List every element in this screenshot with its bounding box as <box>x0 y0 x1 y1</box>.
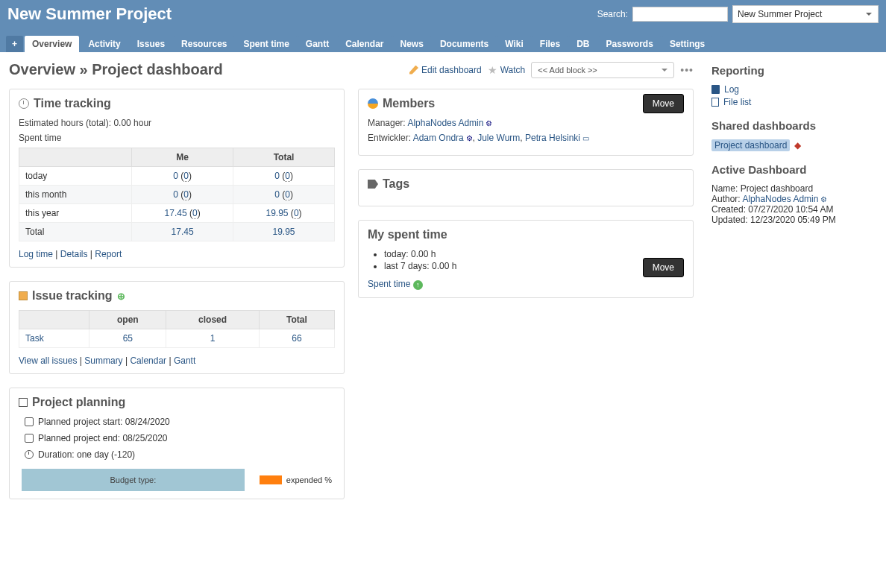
tab-settings[interactable]: Settings <box>662 36 712 52</box>
clock-icon <box>25 450 34 459</box>
log-time-link[interactable]: Log time <box>19 249 53 259</box>
tab-documents[interactable]: Documents <box>433 36 496 52</box>
page-title: Overview » Project dashboard <box>9 61 223 78</box>
star-icon: ★ <box>488 64 497 76</box>
tracker-link[interactable]: Task <box>25 333 44 344</box>
tab-gantt[interactable]: Gantt <box>298 36 336 52</box>
up-icon[interactable]: ↑ <box>413 280 423 290</box>
legend-swatch-icon <box>260 475 282 484</box>
watch-link[interactable]: ★ Watch <box>488 64 526 76</box>
file-icon <box>711 98 719 107</box>
issue-icon <box>19 291 28 300</box>
dev-link[interactable]: Petra Helsinki <box>525 133 580 143</box>
duration: Duration: one day (-120) <box>38 449 135 460</box>
issue-table: open closed Total Task 65 1 66 <box>19 310 335 348</box>
dev-link[interactable]: Adam Ondra <box>413 133 464 143</box>
gear-icon[interactable]: ⚙ <box>818 195 827 203</box>
tab-calendar[interactable]: Calendar <box>338 36 391 52</box>
view-all-link[interactable]: View all issues <box>19 355 77 366</box>
dev-link[interactable]: Jule Wurm <box>477 133 520 143</box>
time-tracking-box: Time tracking Estimated hours (total): 0… <box>9 89 345 268</box>
edit-dashboard-link[interactable]: Edit dashboard <box>409 65 482 75</box>
manager-link[interactable]: AlphaNodes Admin <box>407 118 483 128</box>
gear-icon[interactable]: ⚙ <box>464 134 473 142</box>
project-planning-box: Project planning Planned project start: … <box>9 388 345 499</box>
tab-resources[interactable]: Resources <box>174 36 234 52</box>
add-icon[interactable]: ⊕ <box>117 291 125 302</box>
planning-icon <box>19 398 28 407</box>
my-spent-time-box: Move My spent time today: 0.00 h last 7 … <box>358 220 694 298</box>
spent-week: last 7 days: 0.00 h <box>384 261 684 271</box>
table-row: this year 17.45 (0) 19.95 (0) <box>19 204 335 223</box>
more-icon[interactable]: ••• <box>680 64 694 76</box>
dash-created: Created: 07/27/2020 10:54 AM <box>711 204 877 215</box>
dashboard-link[interactable]: Project dashboard <box>714 140 787 151</box>
tab-spent-time[interactable]: Spent time <box>236 36 296 52</box>
estimated-hours: Estimated hours (total): 0.00 hour <box>19 118 335 128</box>
time-icon <box>19 98 29 109</box>
report-link[interactable]: Report <box>95 249 122 259</box>
members-box: Move Members Manager: AlphaNodes Admin ⚙… <box>358 89 694 156</box>
issue-tracking-box: Issue tracking ⊕ open closed Total Task … <box>9 281 345 374</box>
tab-plus[interactable]: + <box>6 36 23 52</box>
search-input[interactable] <box>632 7 728 22</box>
tab-files[interactable]: Files <box>532 36 568 52</box>
add-block-select[interactable]: << Add block >> <box>531 62 674 78</box>
sidebar: Reporting Log File list Shared dashboard… <box>703 52 886 508</box>
package-icon: ◆ <box>794 140 801 151</box>
log-link[interactable]: Log <box>724 84 739 95</box>
move-button[interactable]: Move <box>643 258 684 277</box>
details-link[interactable]: Details <box>60 249 88 259</box>
tab-wiki[interactable]: Wiki <box>497 36 531 52</box>
main-tabs: + Overview Activity Issues Resources Spe… <box>0 28 886 52</box>
reporting-heading: Reporting <box>711 64 877 77</box>
dash-name: Name: Project dashboard <box>711 183 877 194</box>
tag-icon <box>368 180 378 189</box>
tab-news[interactable]: News <box>393 36 431 52</box>
members-icon <box>368 98 378 109</box>
log-icon <box>711 85 720 94</box>
project-selector[interactable]: New Summer Project <box>732 5 879 23</box>
table-row: Task 65 1 66 <box>19 329 335 348</box>
file-list-link[interactable]: File list <box>723 97 751 107</box>
dash-updated: Updated: 12/23/2020 05:49 PM <box>711 215 877 225</box>
table-row: this month 0 (0) 0 (0) <box>19 186 335 204</box>
tags-box: Tags <box>358 169 694 206</box>
move-button[interactable]: Move <box>643 94 684 113</box>
vcard-icon[interactable]: ▭ <box>580 134 589 142</box>
project-title: New Summer Project <box>7 4 172 24</box>
gear-icon[interactable]: ⚙ <box>483 119 492 127</box>
tab-db[interactable]: DB <box>569 36 597 52</box>
spent-today: today: 0.00 h <box>384 249 684 259</box>
author-link[interactable]: AlphaNodes Admin <box>742 194 818 204</box>
tab-overview[interactable]: Overview <box>25 36 79 52</box>
planned-end: Planned project end: 08/25/2020 <box>38 433 167 443</box>
calendar-icon <box>25 434 34 443</box>
spent-time-label: Spent time <box>19 133 335 143</box>
gantt-link[interactable]: Gantt <box>174 355 195 366</box>
pencil-icon <box>409 66 418 75</box>
tab-passwords[interactable]: Passwords <box>599 36 661 52</box>
tab-activity[interactable]: Activity <box>81 36 128 52</box>
table-row: Total 17.45 19.95 <box>19 223 335 241</box>
shared-heading: Shared dashboards <box>711 119 877 132</box>
chart-legend: expended % <box>260 475 332 484</box>
search-label: Search: <box>597 9 628 19</box>
tab-issues[interactable]: Issues <box>130 36 172 52</box>
budget-bar: Budget type: <box>22 469 245 491</box>
spent-time-link[interactable]: Spent time <box>368 279 410 289</box>
calendar-link[interactable]: Calendar <box>130 355 166 366</box>
table-row: today 0 (0) 0 (0) <box>19 167 335 186</box>
planned-start: Planned project start: 08/24/2020 <box>38 417 170 427</box>
active-heading: Active Dashboard <box>711 163 877 176</box>
calendar-icon <box>25 417 34 426</box>
summary-link[interactable]: Summary <box>84 355 122 366</box>
time-table: Me Total today 0 (0) 0 (0) this month 0 … <box>19 148 335 241</box>
